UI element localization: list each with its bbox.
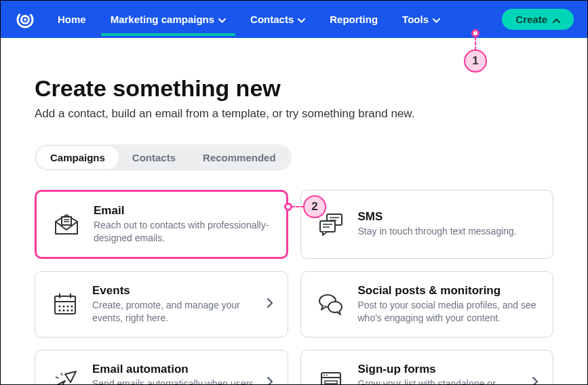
svg-point-31	[326, 375, 328, 376]
card-body: SMS Stay in touch through text messaging…	[358, 210, 538, 238]
chevron-right-icon	[267, 376, 273, 385]
svg-rect-9	[320, 221, 335, 232]
annotation-dot-2	[284, 203, 292, 211]
svg-point-19	[71, 305, 73, 307]
chevron-right-icon	[532, 376, 538, 385]
card-desc: Send emails automatically when users cli…	[92, 378, 255, 385]
nav-home[interactable]: Home	[48, 3, 96, 36]
nav-contacts[interactable]: Contacts	[241, 3, 315, 36]
card-body: Sign-up forms Grow your list with standa…	[358, 363, 521, 385]
card-grid: Email Reach out to contacts with profess…	[35, 190, 553, 385]
annotation-1: 1	[464, 49, 487, 73]
nav-tools[interactable]: Tools	[393, 3, 450, 36]
create-label: Create	[515, 14, 547, 25]
annotation-dot-1	[471, 29, 479, 37]
svg-point-16	[58, 305, 60, 307]
svg-line-27	[56, 377, 58, 378]
chevron-right-icon	[267, 297, 273, 311]
card-desc: Reach out to contacts with professionall…	[94, 219, 271, 245]
card-social[interactable]: Social posts & monitoring Post to your s…	[300, 271, 554, 338]
nav-label: Tools	[402, 14, 429, 25]
calendar-icon	[50, 289, 80, 319]
nav-label: Contacts	[250, 14, 294, 25]
svg-rect-32	[325, 381, 337, 384]
chevron-down-icon	[218, 14, 226, 25]
chat-bubbles-icon	[316, 289, 346, 319]
nav-marketing-campaigns[interactable]: Marketing campaigns	[101, 3, 235, 36]
card-email-automation[interactable]: Email automation Send emails automatical…	[35, 350, 288, 385]
logo-icon	[14, 9, 36, 31]
chevron-up-icon	[553, 14, 560, 25]
form-icon	[316, 367, 346, 385]
card-body: Email Reach out to contacts with profess…	[94, 204, 271, 245]
card-title: SMS	[358, 210, 538, 224]
nav-reporting[interactable]: Reporting	[320, 3, 387, 36]
nav-label: Marketing campaigns	[111, 14, 214, 25]
card-desc: Stay in touch through text messaging.	[358, 225, 538, 238]
annotation-line-2	[291, 206, 305, 207]
svg-point-23	[71, 309, 73, 311]
card-title: Events	[92, 284, 255, 298]
svg-point-25	[328, 302, 342, 312]
tab-recommended[interactable]: Recommended	[189, 146, 290, 169]
card-email[interactable]: Email Reach out to contacts with profess…	[35, 190, 288, 259]
card-signup-forms[interactable]: Sign-up forms Grow your list with standa…	[300, 350, 554, 385]
svg-point-22	[66, 309, 68, 311]
page-subtitle: Add a contact, build an email from a tem…	[35, 107, 553, 121]
svg-point-30	[324, 375, 325, 376]
annotation-line-1	[475, 36, 476, 51]
category-tabs: Campaigns Contacts Recommended	[35, 144, 292, 171]
card-desc: Grow your list with standalone or websit…	[358, 378, 521, 385]
card-desc: Create, promote, and manage your events,…	[92, 299, 255, 325]
card-title: Email automation	[92, 363, 255, 376]
svg-point-18	[66, 305, 68, 307]
card-title: Social posts & monitoring	[358, 284, 538, 298]
card-title: Email	[94, 204, 271, 218]
svg-point-20	[58, 309, 60, 311]
card-sms[interactable]: SMS Stay in touch through text messaging…	[300, 190, 554, 259]
card-title: Sign-up forms	[358, 363, 521, 376]
top-nav: Home Marketing campaigns Contacts Report…	[1, 1, 587, 38]
svg-rect-3	[62, 217, 71, 225]
chevron-down-icon	[433, 14, 440, 25]
page-title: Create something new	[35, 75, 553, 102]
svg-point-17	[62, 305, 64, 307]
create-button[interactable]: Create	[502, 9, 574, 30]
svg-point-2	[24, 18, 26, 21]
nav-label: Home	[58, 14, 86, 25]
card-events[interactable]: Events Create, promote, and manage your …	[35, 271, 288, 338]
tab-contacts[interactable]: Contacts	[119, 146, 189, 169]
card-body: Events Create, promote, and manage your …	[92, 284, 255, 325]
card-body: Email automation Send emails automatical…	[92, 363, 255, 385]
chevron-down-icon	[298, 14, 305, 25]
svg-point-21	[62, 309, 64, 311]
svg-line-26	[61, 373, 62, 376]
annotation-2: 2	[303, 195, 326, 218]
card-body: Social posts & monitoring Post to your s…	[358, 284, 538, 325]
main-content: Create something new Add a contact, buil…	[1, 38, 587, 385]
tab-campaigns[interactable]: Campaigns	[37, 146, 119, 169]
email-icon	[52, 209, 81, 239]
nav-label: Reporting	[330, 14, 378, 25]
card-desc: Post to your social media profiles, and …	[358, 299, 538, 325]
paper-plane-icon	[50, 367, 80, 385]
